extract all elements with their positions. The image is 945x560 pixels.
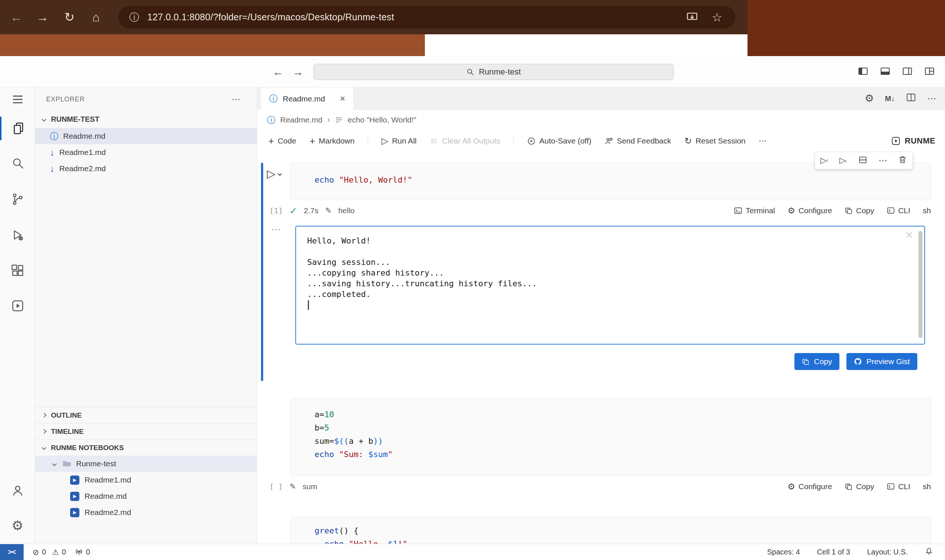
- copy-cell-button[interactable]: Copy: [845, 482, 874, 491]
- editor-more-icon[interactable]: ⋯: [927, 93, 936, 104]
- tab-readme-md[interactable]: ⓘ Readme.md ✕: [261, 88, 354, 110]
- configure-button[interactable]: ⚙ Configure: [788, 482, 832, 491]
- history-forward-icon[interactable]: →: [292, 56, 304, 88]
- cell-3-code[interactable]: greet() { echo "Hello, $1!": [290, 517, 931, 544]
- breadcrumb-file[interactable]: Readme.md: [280, 115, 322, 124]
- cell-name[interactable]: hello: [338, 206, 355, 215]
- tree-item-readme2-md[interactable]: ↓ Readme2.md: [35, 160, 257, 177]
- close-tab-icon[interactable]: ✕: [340, 94, 345, 103]
- notebook-item-readme[interactable]: ▶ Readme.md: [35, 488, 257, 504]
- install-app-icon[interactable]: [686, 0, 698, 34]
- source-control-icon[interactable]: [0, 188, 35, 211]
- auto-save-button[interactable]: Auto-Save (off): [527, 137, 591, 145]
- notifications-bell-icon[interactable]: [925, 547, 933, 557]
- extensions-icon[interactable]: [0, 259, 35, 283]
- problems-indicator[interactable]: ⊘ 0 ⚠ 0: [32, 548, 66, 557]
- language-badge: sh: [923, 206, 931, 215]
- edit-name-pencil-icon[interactable]: ✎: [290, 482, 296, 491]
- split-cell-icon[interactable]: [858, 155, 868, 166]
- info-file-icon: ⓘ: [50, 131, 58, 142]
- customize-layout-icon[interactable]: [923, 66, 936, 78]
- bookmark-star-icon[interactable]: ☆: [712, 0, 722, 34]
- search-icon[interactable]: [0, 151, 35, 175]
- cell-position-indicator[interactable]: Cell 1 of 3: [817, 548, 850, 556]
- reset-session-label: Reset Session: [695, 137, 745, 145]
- plus-icon: +: [268, 135, 274, 147]
- explorer-more-icon[interactable]: ⋯: [231, 94, 240, 105]
- preview-gist-button[interactable]: Preview Gist: [846, 353, 917, 370]
- browser-address-bar[interactable]: ⓘ 127.0.0.1:8080/?folder=/Users/macos/De…: [118, 6, 735, 28]
- output-scrollbar[interactable]: [919, 231, 922, 338]
- send-feedback-button[interactable]: Send Feedback: [605, 137, 671, 145]
- browser-home-icon[interactable]: ⌂: [85, 0, 107, 34]
- delete-cell-icon[interactable]: [898, 155, 907, 166]
- cli-button[interactable]: CLI: [887, 206, 910, 215]
- run-cell-button[interactable]: ▷: [267, 167, 283, 180]
- site-info-icon[interactable]: ⓘ: [129, 11, 139, 24]
- cell-more-icon[interactable]: ⋯: [879, 155, 887, 166]
- copy-output-button[interactable]: Copy: [794, 353, 839, 370]
- terminal-label: Terminal: [746, 206, 775, 215]
- toolbar-more-icon[interactable]: ⋯: [759, 137, 767, 145]
- explorer-icon[interactable]: [0, 117, 35, 140]
- command-center-search[interactable]: Runme-test: [313, 64, 674, 80]
- settings-gear-icon[interactable]: ⚙: [0, 514, 35, 537]
- section-timeline[interactable]: TIMELINE: [35, 423, 257, 439]
- browser-right-panel: [748, 0, 945, 56]
- plus-icon: +: [309, 135, 315, 147]
- clear-all-outputs-button[interactable]: Clear All Outputs: [430, 137, 500, 145]
- notebook-item-readme1[interactable]: ▶ Readme1.md: [35, 472, 257, 488]
- tree-root-runme-test[interactable]: RUNME-TEST: [35, 111, 257, 127]
- runme-notebook-icon[interactable]: [0, 294, 35, 318]
- section-outline[interactable]: OUTLINE: [35, 407, 257, 423]
- tree-folder-runme-test[interactable]: Runme-test: [35, 455, 257, 472]
- tree-item-readme-md[interactable]: ⓘ Readme.md: [35, 128, 257, 144]
- toggle-panel-icon[interactable]: [879, 66, 891, 78]
- toggle-secondary-sidebar-icon[interactable]: [902, 66, 913, 78]
- execute-above-icon[interactable]: ▷↑: [821, 156, 829, 165]
- add-markdown-button[interactable]: +Markdown: [309, 135, 355, 147]
- runme-brand: RUNME: [891, 130, 936, 152]
- execute-below-icon[interactable]: ▷↓: [839, 156, 848, 165]
- cli-button[interactable]: CLI: [887, 482, 910, 491]
- close-output-icon[interactable]: ✕: [905, 229, 913, 241]
- layout-indicator[interactable]: Layout: U.S.: [867, 548, 908, 556]
- notebook-settings-gear-icon[interactable]: ⚙: [865, 93, 874, 104]
- notebook-toolbar: +Code +Markdown ▷Run All Clear All Outpu…: [257, 130, 945, 152]
- spaces-indicator[interactable]: Spaces: 4: [767, 548, 800, 556]
- edit-name-pencil-icon[interactable]: ✎: [325, 206, 332, 215]
- breadcrumb-cell[interactable]: echo "Hello, World!": [348, 115, 416, 124]
- code-line: sum=$((a + b)): [314, 435, 931, 448]
- notebook-item-readme2[interactable]: ▶ Readme2.md: [35, 504, 257, 520]
- menu-hamburger-icon[interactable]: [0, 88, 35, 111]
- breadcrumb-separator-icon: ›: [327, 115, 330, 125]
- toggle-sidebar-icon[interactable]: [857, 66, 869, 78]
- browser-back-icon[interactable]: ←: [5, 0, 27, 34]
- cell-name[interactable]: sum: [303, 482, 318, 491]
- reset-session-button[interactable]: ↻Reset Session: [684, 136, 746, 146]
- configure-button[interactable]: ⚙ Configure: [788, 206, 832, 215]
- copy-cell-button[interactable]: Copy: [845, 206, 874, 215]
- section-runme-notebooks[interactable]: RUNME NOTEBOOKS: [35, 439, 257, 455]
- add-code-button[interactable]: +Code: [268, 135, 296, 147]
- browser-reload-icon[interactable]: ↻: [58, 0, 80, 34]
- remote-indicator[interactable]: ><: [0, 544, 24, 560]
- run-all-button[interactable]: ▷Run All: [381, 136, 416, 146]
- output-gutter-ellipsis-icon[interactable]: ⋯: [271, 224, 281, 235]
- ports-indicator[interactable]: 0: [75, 548, 90, 556]
- browser-forward-icon[interactable]: →: [31, 0, 54, 34]
- cell-2-code[interactable]: a=10 b=5 sum=$((a + b)) echo "Sum: $sum": [290, 398, 931, 476]
- markdown-preview-icon[interactable]: M↓: [885, 94, 895, 103]
- runme-play-icon: ▶: [70, 475, 79, 485]
- run-options-chevron-icon[interactable]: [277, 172, 282, 175]
- run-cell-play-icon: ▷: [267, 167, 275, 180]
- run-debug-icon[interactable]: [0, 223, 35, 247]
- tree-item-readme1-md[interactable]: ↓ Readme1.md: [35, 144, 257, 160]
- open-terminal-button[interactable]: Terminal: [734, 206, 775, 215]
- history-back-icon[interactable]: ←: [273, 56, 284, 88]
- account-icon[interactable]: [0, 479, 35, 502]
- cell-1-output[interactable]: Hello, World! Saving session... ...copyi…: [295, 226, 925, 345]
- configure-label: Configure: [799, 482, 832, 491]
- vscode-titlebar: ← → Runme-test: [0, 56, 945, 88]
- split-editor-icon[interactable]: [906, 92, 916, 105]
